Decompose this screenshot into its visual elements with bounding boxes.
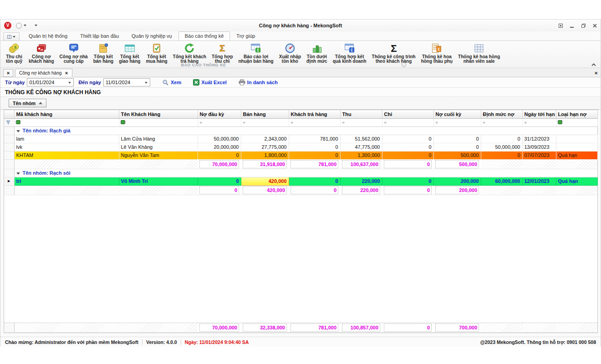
column-header-8[interactable]: Định mức nợ [481, 110, 522, 118]
ribbon-tab-4[interactable]: Trợ giúp [230, 31, 261, 41]
cell[interactable]: KHTAM [14, 151, 119, 159]
view-button[interactable]: Xem [162, 79, 181, 86]
cell[interactable]: 0 [481, 135, 522, 143]
print-list-button[interactable]: In danh sách [239, 79, 278, 86]
cell[interactable]: 07/07/2023 [522, 151, 556, 159]
ribbon-tab-1[interactable]: Thiết lập ban đầu [74, 31, 125, 41]
ribbon-button-3[interactable]: Tổng kếtbán hàng [91, 42, 116, 64]
collapse-icon[interactable] [16, 130, 20, 132]
cell[interactable]: Quá hạn [556, 177, 597, 185]
filter-cell-3[interactable]: = [241, 118, 289, 126]
cell[interactable]: tri [14, 177, 119, 185]
ribbon-button-8[interactable]: ΣBáo cáo lợinhuận bán hàng [236, 42, 276, 64]
cell[interactable]: 0 [433, 143, 481, 151]
cell[interactable] [556, 143, 597, 151]
cell[interactable]: 0 [433, 135, 481, 143]
column-header-1[interactable]: Tên Khách Hàng [119, 110, 198, 118]
ribbon-tab-3[interactable]: Báo cáo thống kê [178, 31, 230, 41]
ribbon-button-12[interactable]: ΣThống kê công trìnhtheo khách hàng [369, 42, 418, 64]
cell[interactable]: 0 [382, 151, 433, 159]
column-header-7[interactable]: Nợ cuối kỳ [433, 110, 481, 118]
filter-cell-5[interactable]: = [340, 118, 382, 126]
cell[interactable]: 0 [198, 177, 241, 185]
ribbon-collapse-button[interactable] [591, 63, 596, 66]
from-date-input[interactable] [27, 80, 64, 85]
ribbon-button-10[interactable]: Tồn dướiđịnh mức [304, 42, 330, 64]
tab-close-icon[interactable]: ✕ [65, 71, 68, 76]
ribbon-button-0[interactable]: $Thu chitồn quỹ [2, 42, 26, 64]
close-button[interactable] [592, 23, 598, 29]
cell[interactable]: 0 [198, 151, 241, 159]
column-header-2[interactable]: Nợ đầu kỳ [198, 110, 241, 118]
cell[interactable]: 50,000,000 [198, 135, 241, 143]
to-date-combo[interactable] [103, 78, 150, 86]
cell[interactable]: Võ Minh Trí [119, 177, 198, 185]
ribbon-tab-2[interactable]: Quản lý nghiệp vụ [125, 31, 178, 41]
filter-cell-7[interactable]: = [433, 118, 481, 126]
ribbon-button-4[interactable]: Tổng kếtgiao hàng [116, 42, 143, 64]
filter-cell-1[interactable] [119, 118, 198, 126]
group-row-1[interactable]: Tên nhóm: Rạch sỏi [4, 169, 597, 177]
cell[interactable]: 0 [382, 177, 433, 185]
chevron-down-icon[interactable] [68, 82, 71, 84]
minimize-button[interactable] [569, 23, 575, 29]
cell[interactable] [556, 135, 597, 143]
column-header-3[interactable]: Bán hàng [241, 110, 289, 118]
cell[interactable]: Lê Văn Khảng [119, 143, 198, 151]
cell[interactable]: 500,000 [433, 151, 481, 159]
cell[interactable]: 47,775,000 [340, 143, 382, 151]
cell[interactable]: 0 [382, 135, 433, 143]
column-header-0[interactable]: Mã khách hàng [14, 110, 119, 118]
cell[interactable]: 50,000,000 [481, 143, 522, 151]
column-header-6[interactable]: Chi [382, 110, 433, 118]
ribbon-tab-0[interactable]: Quản trị hệ thống [22, 31, 74, 41]
cell[interactable]: 0 [289, 151, 340, 159]
column-header-10[interactable]: Loại hạn nợ [556, 110, 597, 118]
ribbon-button-14[interactable]: Thống kê hoa hồngnhân viên sale [455, 42, 503, 64]
fullscreen-button[interactable] [558, 23, 564, 29]
ribbon-button-1[interactable]: Công nợkhách hàng [26, 42, 57, 64]
column-header-9[interactable]: Ngày tới hạn [522, 110, 556, 118]
filter-cell-0[interactable] [14, 118, 119, 126]
ribbon-button-7[interactable]: ΣTổng hợpthu chi [209, 42, 236, 64]
cell[interactable]: 220,000 [340, 177, 382, 185]
cell[interactable]: 1,300,000 [340, 151, 382, 159]
cell[interactable]: 31/12/2023 [522, 135, 556, 143]
ribbon-button-6[interactable]: Tổng kết kháchtrả hàng [170, 42, 209, 64]
app-menu-button[interactable] [3, 32, 20, 41]
cell[interactable]: 200,000 [433, 177, 481, 185]
cell[interactable]: 12/01/2023 [522, 177, 556, 185]
cell[interactable]: 781,000 [289, 135, 340, 143]
data-row-1-0[interactable]: ▶triVõ Minh Trí0420,0000220,0000200,0006… [4, 177, 597, 185]
filter-cell-8[interactable]: = [481, 118, 522, 126]
cell[interactable]: 0 [289, 177, 340, 185]
ribbon-button-9[interactable]: Xuất nhậptồn kho [276, 42, 304, 64]
cell[interactable]: 420,000 [241, 177, 289, 185]
data-row-0-1[interactable]: lvkLê Văn Khảng20,000,00027,775,000047,7… [4, 143, 597, 151]
cell[interactable]: lvk [14, 143, 119, 151]
ribbon-button-2[interactable]: Công nợ nhàcung cấp [57, 42, 91, 64]
cell[interactable]: 51,562,000 [340, 135, 382, 143]
dialog-launcher-icon[interactable]: ◦ [402, 62, 406, 67]
cell[interactable]: 0 [289, 143, 340, 151]
filter-cell-2[interactable]: = [198, 118, 241, 126]
filter-cell-4[interactable]: = [289, 118, 340, 126]
from-date-combo[interactable] [27, 78, 74, 86]
cell[interactable]: lam [14, 135, 119, 143]
column-header-4[interactable]: Khách trả hàng [289, 110, 340, 118]
cell[interactable]: 13/09/2023 [522, 143, 556, 151]
cell[interactable]: 2,343,000 [241, 135, 289, 143]
collapse-icon[interactable] [16, 172, 20, 175]
ribbon-button-13[interactable]: ΣThống kê hoahồng thầu phụ [418, 42, 455, 64]
to-date-input[interactable] [104, 80, 140, 85]
column-header-5[interactable]: Thu [340, 110, 382, 118]
document-tab[interactable]: Công nợ khách hàng ✕ [15, 69, 72, 77]
cell[interactable]: 60,000,000 [481, 177, 522, 185]
cell[interactable]: 0 [382, 143, 433, 151]
strip-close-button[interactable]: ✕ [594, 71, 598, 76]
close-all-tabs-button[interactable]: ✕ [3, 69, 13, 77]
ribbon-button-5[interactable]: Tổng kếtmua hàng [143, 42, 170, 64]
cell[interactable]: Lâm Cửa Hàng [119, 135, 198, 143]
data-row-0-2[interactable]: KHTAMNguyễn Văn Tam01,800,00001,300,0000… [4, 151, 597, 159]
cell[interactable]: 1,800,000 [241, 151, 289, 159]
